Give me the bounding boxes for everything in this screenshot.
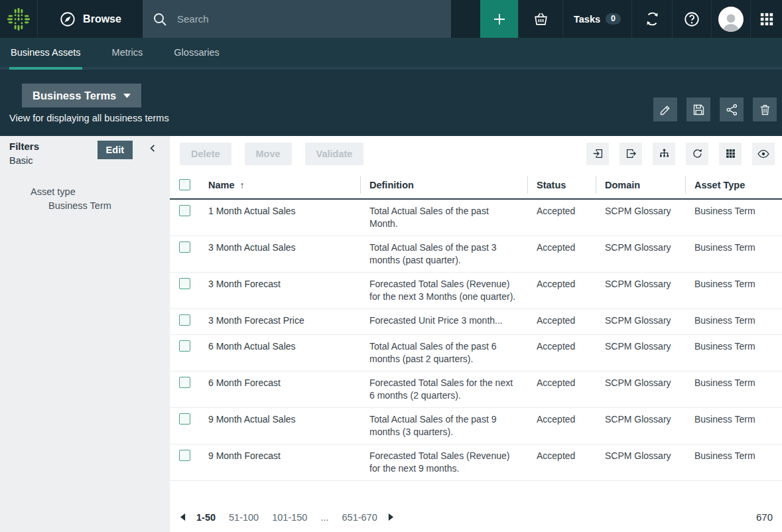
hierarchy-button[interactable] [653,143,675,165]
page-range-2[interactable]: 51-100 [229,512,259,523]
move-button[interactable]: Move [245,143,292,165]
asset-name-cell[interactable]: 1 Month Actual Sales [199,200,360,235]
page-range-1[interactable]: 1-50 [196,512,216,523]
toolbar-icon-buttons [586,143,775,165]
arrow-right-icon [388,513,394,521]
edit-view-button[interactable] [653,98,677,121]
row-checkbox[interactable] [179,205,190,216]
row-checkbox[interactable] [179,278,190,289]
sort-ascending-icon[interactable]: ↑ [240,180,245,190]
definition-cell: Total Actual Sales of the past 6 months … [360,335,527,371]
app-grid-icon [759,12,774,27]
browse-menu-button[interactable]: Browse [38,0,143,38]
asset-name-cell[interactable]: 6 Month Forecast [199,371,360,407]
previous-page-button[interactable] [176,511,190,523]
page-ellipsis: ... [320,512,328,523]
data-basket-button[interactable] [518,0,562,38]
view-options-button[interactable] [752,143,775,165]
status-cell: Accepted [527,444,596,480]
table-toolbar: Delete Move Validate [170,136,782,171]
asset-name-cell[interactable]: 9 Month Forecast [199,444,360,480]
browse-label: Browse [83,13,121,25]
filter-value: Business Term [48,200,111,211]
collibra-logo-icon [7,7,31,31]
import-button[interactable] [586,143,609,165]
asset-name-cell[interactable]: 3 Month Actual Sales [199,236,360,272]
tasks-button[interactable]: Tasks 0 [562,0,631,38]
collibra-logo[interactable] [0,0,38,38]
person-silhouette-icon [720,11,742,32]
tab-glossaries[interactable]: Glossaries [172,38,221,70]
column-header-definition[interactable]: Definition [360,171,527,198]
row-checkbox[interactable] [179,314,190,326]
asset-name-cell[interactable]: 3 Month Forecast Price [199,309,360,334]
filters-sidebar: Filters Basic Edit Asset type Business T… [0,136,170,532]
definition-cell: Total Actual Sales of the past 9 months … [360,408,527,444]
row-checkbox[interactable] [179,450,190,461]
tab-label: Glossaries [174,47,220,58]
view-header: Business Terms View for displaying all b… [0,70,782,136]
domain-cell: SCPM Glossary [596,444,685,480]
collapse-sidebar-button[interactable] [148,143,158,153]
delete-view-button[interactable] [753,98,777,121]
delete-button[interactable]: Delete [180,143,231,165]
row-select-cell [170,273,199,308]
asset-type-cell: Business Term [685,309,782,334]
validate-button[interactable]: Validate [305,143,364,165]
row-checkbox[interactable] [179,340,190,352]
asset-name-cell[interactable]: 9 Month Actual Sales [199,408,360,444]
domain-cell: SCPM Glossary [596,408,685,444]
asset-name-cell[interactable]: 6 Month Actual Sales [199,335,360,371]
column-label: Name [208,180,235,190]
column-header-domain[interactable]: Domain [596,171,685,198]
table-row: 1 Month Actual Sales Total Actual Sales … [170,200,782,236]
total-count: 670 [756,511,773,523]
tab-label: Metrics [112,47,143,58]
table-row: 3 Month Forecast Price Forecasted Unit P… [170,309,782,335]
tab-business-assets[interactable]: Business Assets [9,38,82,70]
row-checkbox[interactable] [179,413,190,425]
table-row: 6 Month Forecast Forecasted Total Sales … [170,371,782,408]
column-label: Definition [369,180,414,190]
column-header-name[interactable]: Name ↑ [199,171,360,198]
eye-icon [757,147,770,161]
user-menu-button[interactable] [711,0,750,38]
refresh-button[interactable] [686,143,708,165]
asset-type-cell: Business Term [685,200,782,235]
page-range-3[interactable]: 101-150 [272,512,307,523]
column-label: Status [537,180,566,190]
row-checkbox[interactable] [179,241,190,253]
select-all-checkbox[interactable] [179,179,190,190]
asset-name-cell[interactable]: 3 Month Forecast [199,273,360,308]
row-checkbox[interactable] [179,377,190,388]
domain-cell: SCPM Glossary [596,273,685,308]
tab-metrics[interactable]: Metrics [111,38,145,70]
export-button[interactable] [619,143,642,165]
definition-cell: Total Actual Sales of the past Month. [360,200,527,235]
column-header-asset-type[interactable]: Asset Type [685,171,782,198]
column-header-status[interactable]: Status [527,171,596,198]
import-icon [592,147,604,160]
tab-label: Business Assets [11,47,81,58]
row-select-cell [170,371,199,407]
search-input[interactable] [177,13,442,25]
view-title-dropdown[interactable]: Business Terms [22,84,141,107]
edit-filters-button[interactable]: Edit [98,141,133,159]
share-view-button[interactable] [720,98,744,121]
help-button[interactable] [672,0,711,38]
refresh-icon [691,147,704,160]
arrow-left-icon [180,513,186,521]
page-range-last[interactable]: 651-670 [342,512,377,523]
share-icon [725,103,739,117]
create-asset-button[interactable] [480,0,518,38]
save-view-button[interactable] [686,98,710,121]
app-window: Browse Tasks 0 [0,0,782,532]
activities-button[interactable] [631,0,672,38]
table-header-row: Name ↑ Definition Status Domain Asset Ty… [170,171,782,200]
global-search[interactable] [143,0,451,38]
domain-cell: SCPM Glossary [596,309,685,334]
next-page-button[interactable] [384,511,398,523]
app-launcher-button[interactable] [750,0,782,38]
view-subtitle: View for displaying all business terms [9,113,169,123]
columns-grid-button[interactable] [719,143,742,165]
